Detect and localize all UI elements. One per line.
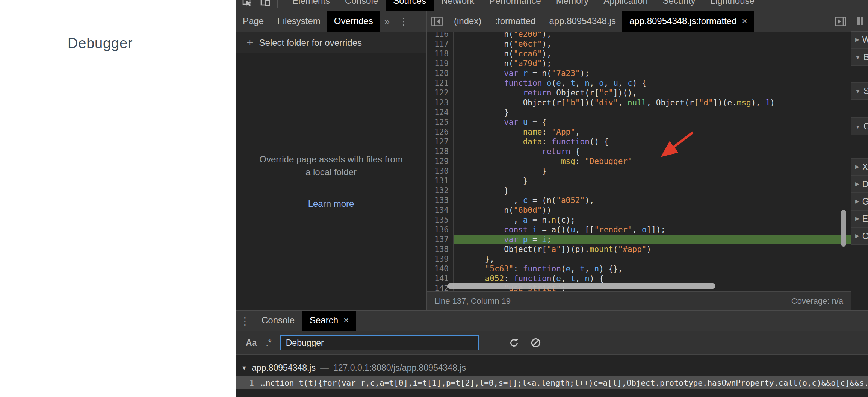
inspect-element-icon[interactable] xyxy=(242,0,253,6)
drawer-menu-icon[interactable]: ⋮ xyxy=(236,311,254,331)
chevron-down-icon: ▼ xyxy=(855,55,860,60)
line-number[interactable]: 137 xyxy=(427,235,453,244)
line-number[interactable]: 121 xyxy=(427,78,453,88)
main-tab-lighthouse[interactable]: Lighthouse xyxy=(703,0,762,11)
main-tab-security[interactable]: Security xyxy=(655,0,703,11)
line-number[interactable]: 120 xyxy=(427,68,453,78)
main-tab-elements[interactable]: Elements xyxy=(285,0,337,11)
search-result-file[interactable]: ▼ app.80954348.js — 127.0.0.1:8080/js/ap… xyxy=(236,359,868,376)
line-number[interactable]: 131 xyxy=(427,176,453,186)
pause-script-button[interactable] xyxy=(851,11,868,32)
expand-debugger-sidebar-icon[interactable] xyxy=(830,11,851,32)
editor-status-bar: Line 137, Column 19 Coverage: n/a xyxy=(427,291,851,310)
search-result-line[interactable]: 1 …nction t(t){for(var r,c,a=t[0],i=t[1]… xyxy=(236,376,868,389)
main-tab-network[interactable]: Network xyxy=(434,0,482,11)
line-number[interactable]: 116 xyxy=(427,32,453,39)
line-number[interactable]: 118 xyxy=(427,49,453,59)
line-number[interactable]: 136 xyxy=(427,225,453,235)
line-number[interactable]: 126 xyxy=(427,127,453,137)
drawer-tab-search[interactable]: Search× xyxy=(302,311,356,331)
sources-panel: PageFilesystemOverrides » ⋮ + Select fol… xyxy=(236,11,868,310)
file-tabbar-spacer xyxy=(754,11,830,32)
sidebar-section-xhr-fetch-breakpoints[interactable]: ▶XHR/fetch Breakpoints xyxy=(851,159,868,176)
navigator-tab-overrides[interactable]: Overrides xyxy=(327,11,380,32)
file-tab-formatted[interactable]: :formatted xyxy=(488,11,542,32)
sidebar-section-event-listener-breakpoints[interactable]: ▶Event Listener Breakpoints xyxy=(851,211,868,228)
device-toolbar-icon[interactable] xyxy=(260,0,271,6)
drawer-tab-console[interactable]: Console xyxy=(254,311,302,331)
line-number[interactable]: 122 xyxy=(427,88,453,98)
refresh-search-icon[interactable] xyxy=(509,337,520,348)
chevron-right-icon: ▶ xyxy=(855,181,859,187)
screenshot-root: Debugger ElementsConsoleSourcesNetworkPe… xyxy=(0,0,868,397)
sidebar-section-call-stack[interactable]: ▼Call Stack xyxy=(851,118,868,135)
expand-result-icon[interactable]: ▼ xyxy=(241,364,247,371)
code-line-text: function o(e, t, n, o, u, c) { xyxy=(453,78,851,88)
line-number[interactable]: 127 xyxy=(427,137,453,147)
code-line-text: } xyxy=(453,176,851,186)
code-line-execution-highlight: 137 var p = i; xyxy=(427,235,851,244)
code-line-text: var r = n("7a23"); xyxy=(453,68,851,78)
code-line-text: a052: function(e, t, n) { xyxy=(453,274,851,283)
line-number[interactable]: 125 xyxy=(427,117,453,127)
sidebar-section-global-listeners[interactable]: ▶Global Listeners xyxy=(851,193,868,211)
close-icon[interactable]: × xyxy=(742,11,747,32)
code-line: 124 } xyxy=(427,108,851,117)
code-line-text: data: function() { xyxy=(453,137,851,147)
line-number[interactable]: 128 xyxy=(427,147,453,156)
cursor-position-status: Line 137, Column 19 xyxy=(434,296,511,305)
line-number[interactable]: 134 xyxy=(427,205,453,215)
navigator-tab-page[interactable]: Page xyxy=(236,11,271,32)
sidebar-section-breakpoints[interactable]: ▼Breakpoints xyxy=(851,49,868,66)
code-line-text: "5c63": function(e, t, n) {}, xyxy=(453,264,851,274)
line-number[interactable]: 139 xyxy=(427,254,453,264)
horizontal-scrollbar[interactable] xyxy=(447,283,715,289)
sidebar-section-label: Global Listeners xyxy=(862,197,868,206)
match-case-button[interactable]: Aa xyxy=(246,338,257,347)
line-number[interactable]: 129 xyxy=(427,156,453,166)
line-number[interactable]: 132 xyxy=(427,186,453,195)
code-editor[interactable]: 116 n("e200"),117 n("e6cf"),118 n("cca6"… xyxy=(427,32,851,291)
line-number[interactable]: 140 xyxy=(427,264,453,274)
line-number[interactable]: 119 xyxy=(427,59,453,68)
main-tab-sources[interactable]: Sources xyxy=(386,0,434,11)
line-number[interactable]: 130 xyxy=(427,166,453,176)
main-tab-performance[interactable]: Performance xyxy=(482,0,548,11)
chevron-down-icon: ▼ xyxy=(855,124,860,129)
close-icon[interactable]: × xyxy=(343,311,349,331)
code-line-text: n("cca6"), xyxy=(453,49,851,59)
code-line-text: name: "App", xyxy=(453,127,851,137)
main-tab-application[interactable]: Application xyxy=(596,0,655,11)
line-number[interactable]: 133 xyxy=(427,195,453,205)
sidebar-section-label: Breakpoints xyxy=(863,53,868,62)
line-number[interactable]: 141 xyxy=(427,274,453,283)
collapse-navigator-icon[interactable] xyxy=(427,11,447,32)
file-tab-app-80954348-js[interactable]: app.80954348.js xyxy=(542,11,623,32)
main-tab-memory[interactable]: Memory xyxy=(549,0,596,11)
sidebar-section-dom-breakpoints[interactable]: ▶DOM Breakpoints xyxy=(851,176,868,193)
line-number[interactable]: 123 xyxy=(427,98,453,108)
search-input[interactable] xyxy=(281,335,479,350)
navigator-tab-filesystem[interactable]: Filesystem xyxy=(271,11,327,32)
line-number[interactable]: 117 xyxy=(427,39,453,49)
clear-search-icon[interactable] xyxy=(531,337,541,348)
sidebar-section-watch[interactable]: ▶Watch xyxy=(851,32,868,49)
sidebar-section-csp-violation-breakpoints[interactable]: ▶CSP Violation Breakpoints xyxy=(851,228,868,245)
select-folder-row[interactable]: + Select folder for overrides xyxy=(236,32,426,53)
regex-button[interactable]: .* xyxy=(266,338,271,347)
main-tab-label: Console xyxy=(345,0,378,6)
file-tab-index[interactable]: (index) xyxy=(447,11,488,32)
main-tab-console[interactable]: Console xyxy=(337,0,386,11)
navigator-menu-icon[interactable]: ⋮ xyxy=(394,11,413,32)
line-number[interactable]: 138 xyxy=(427,244,453,254)
line-number[interactable]: 124 xyxy=(427,108,453,117)
more-tabs-icon[interactable]: » xyxy=(380,11,394,32)
code-line-text: } xyxy=(453,108,851,117)
line-number[interactable]: 135 xyxy=(427,215,453,225)
sidebar-section-scope[interactable]: ▼Scope xyxy=(851,83,868,100)
vertical-scrollbar[interactable] xyxy=(841,210,846,247)
learn-more-link[interactable]: Learn more xyxy=(308,198,354,209)
file-tab-app-80954348-js-formatted[interactable]: app.80954348.js:formatted× xyxy=(623,11,754,32)
toolbar-divider xyxy=(277,0,278,7)
sidebar-section-label: Event Listener Breakpoints xyxy=(862,214,868,223)
